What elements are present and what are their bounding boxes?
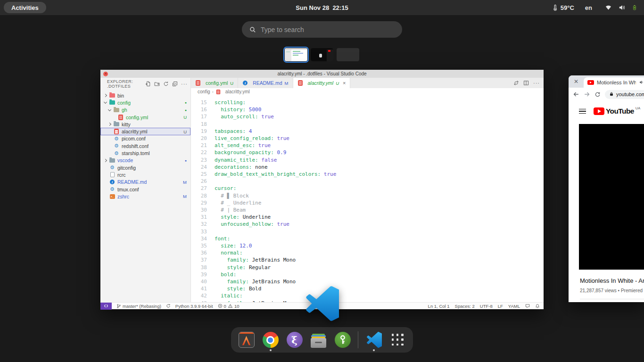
explorer-item-starship.toml[interactable]: ⚙starship.toml [100, 149, 190, 156]
git-branch-status[interactable]: master* (Rebasing) [116, 304, 161, 309]
search-icon [249, 26, 256, 33]
vscode-logo [304, 286, 339, 321]
code-editor[interactable]: 15scrolling:16 history: 500017 auto_scro… [191, 95, 544, 302]
refresh-icon[interactable] [163, 81, 169, 87]
explorer-item-alacritty.yml[interactable]: alacritty.ymlU [100, 128, 190, 135]
workspace-thumbnail-2[interactable] [311, 48, 333, 61]
code-line-20: 20live_config_reload: true [191, 135, 544, 142]
dock-item-keepass[interactable] [334, 329, 351, 350]
explorer-item-kitty[interactable]: kitty [100, 121, 190, 128]
forward-icon[interactable] [584, 91, 590, 98]
dock-item-chrome[interactable] [262, 329, 279, 350]
dock-item-files[interactable] [310, 329, 327, 350]
dock-item-alacritty[interactable] [238, 329, 255, 350]
system-tray[interactable]: 59°C en [552, 0, 637, 15]
item-label: bin [117, 93, 124, 99]
encoding-setting[interactable]: UTF-8 [480, 304, 493, 309]
line-number: 42 [191, 292, 207, 299]
tabstrip-close-icon[interactable]: ✕ [574, 78, 578, 85]
search-input[interactable] [261, 26, 388, 33]
yaml-file-icon [118, 115, 124, 120]
line-number: 25 [191, 171, 207, 178]
dock-item-vscode[interactable] [365, 329, 382, 350]
eol-setting[interactable]: LF [498, 304, 503, 309]
indentation-setting[interactable]: Spaces: 2 [455, 304, 475, 309]
line-number: 35 [191, 242, 207, 249]
line-number: 23 [191, 156, 207, 164]
language-mode[interactable]: YAML [508, 304, 520, 309]
dock-separator [358, 331, 358, 348]
workspace-thumbnail-1[interactable] [285, 48, 307, 61]
running-indicator [270, 349, 272, 351]
code-line-16: 16 history: 5000 [191, 106, 544, 113]
explorer-item-gitconfig[interactable]: ⚙gitconfig [100, 164, 190, 171]
code-line-30: 30 # | Beam [191, 206, 544, 214]
explorer-item-config.yml[interactable]: config.ymlU [100, 114, 190, 121]
code-line-40: 40 family: JetBrains Mono [191, 278, 544, 285]
dock-item-app-grid[interactable] [389, 329, 406, 350]
workspace-thumbnail-3[interactable] [337, 48, 359, 61]
explorer-item-gh[interactable]: gh● [100, 107, 190, 114]
cursor-position[interactable]: Ln 1, Col 1 [428, 304, 450, 309]
dock-item-emacs[interactable]: ξ [286, 329, 303, 350]
address-bar[interactable]: youtube.com/wa [605, 90, 644, 99]
breadcrumb-folder[interactable]: config [198, 89, 210, 94]
yaml-file-icon [297, 80, 303, 86]
remote-indicator[interactable] [100, 303, 112, 310]
browser-tab[interactable]: Motionless In White - [584, 77, 644, 88]
more-icon[interactable]: ··· [181, 81, 188, 87]
tab-audio-icon[interactable] [639, 78, 644, 87]
breadcrumb-file[interactable]: alacritty.yml [225, 89, 250, 94]
feedback-icon[interactable] [525, 304, 530, 308]
problems-indicator[interactable]: 0 10 [218, 304, 239, 309]
explorer-item-rcrc[interactable]: rcrc [100, 171, 190, 178]
window-close-button[interactable]: ✕ [103, 72, 108, 76]
tab-config.yml[interactable]: config.ymlU [191, 78, 238, 88]
yaml-file-icon [114, 129, 119, 134]
explorer-item-tmux.conf[interactable]: ⚙tmux.conf [100, 186, 190, 193]
thermometer-icon [552, 4, 558, 11]
youtube-logo[interactable]: YouTube UA [594, 107, 640, 116]
explorer-item-vscode[interactable]: vscode● [100, 157, 190, 164]
keepass-icon [335, 332, 351, 348]
reload-icon[interactable] [594, 91, 601, 98]
line-number: 28 [191, 192, 207, 199]
explorer-item-config[interactable]: config● [100, 99, 190, 106]
chevron-icon [108, 108, 111, 111]
hamburger-menu-icon[interactable] [579, 107, 586, 115]
code-line-26: 26 [191, 178, 544, 185]
explorer-item-bin[interactable]: bin [100, 92, 190, 99]
clock[interactable]: Sun Nov 28 22:15 [0, 4, 644, 11]
code-line-21: 21alt_send_esc: true [191, 142, 544, 149]
search-bar[interactable] [242, 21, 402, 38]
info-icon: i [242, 80, 248, 86]
video-player[interactable] [579, 124, 644, 270]
notifications-bell-icon[interactable] [535, 304, 540, 309]
tab-alacritty.yml[interactable]: alacritty.ymlU× [293, 78, 351, 88]
code-line-17: 17 auto_scroll: true [191, 113, 544, 120]
sync-icon[interactable] [166, 304, 171, 308]
explorer-item-redshift.conf[interactable]: ⚙redshift.conf [100, 142, 190, 149]
files-icon [311, 334, 326, 348]
item-label: picom.conf [122, 136, 146, 141]
split-editor-icon[interactable] [523, 80, 529, 86]
more-actions-icon[interactable]: ··· [533, 80, 540, 86]
collapse-folders-icon[interactable] [172, 81, 178, 87]
desktop-overview: Activities Sun Nov 28 22:15 59°C en [0, 0, 644, 362]
python-interpreter[interactable]: Python 3.9.9 64-bit [175, 304, 213, 309]
tab-close-icon[interactable]: × [343, 80, 346, 86]
back-icon[interactable] [573, 91, 579, 98]
line-number: 16 [191, 106, 207, 113]
volume-icon [618, 4, 626, 11]
explorer-item-README.md[interactable]: iREADME.mdM [100, 179, 190, 186]
vscode-titlebar[interactable]: ✕ alacritty.yml - .dotfiles - Visual Stu… [100, 70, 544, 78]
new-file-icon[interactable] [145, 81, 151, 87]
chrome-window: ✕ Motionless In White - [569, 75, 644, 302]
new-folder-icon[interactable] [154, 81, 160, 87]
open-changes-icon[interactable] [513, 80, 519, 86]
explorer-item-zshrc[interactable]: >_zshrcM [100, 193, 190, 200]
line-number: 15 [191, 99, 207, 106]
tab-README.md[interactable]: iREADME.mdM [238, 78, 293, 88]
explorer-item-picom.conf[interactable]: ⚙picom.conf [100, 135, 190, 142]
breadcrumb[interactable]: config › alacritty.yml [191, 88, 544, 95]
